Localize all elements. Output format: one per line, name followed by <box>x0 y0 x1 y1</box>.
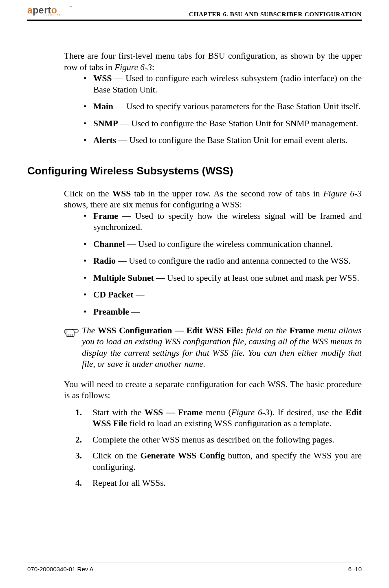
text: tab in the upper row. As the second row … <box>131 189 323 198</box>
logo: aperto NETWORKS ™ <box>27 5 73 18</box>
section-heading: Configuring Wireless Subsystems (WSS) <box>27 164 362 178</box>
desc: — Used to configure the Base Station Uni… <box>118 119 358 128</box>
list-item: WSS — Used to configure each wireless su… <box>84 73 362 95</box>
term: WSS <box>112 189 131 198</box>
list-item: Click on the Generate WSS Config button,… <box>75 450 362 473</box>
term: CD Packet <box>93 290 134 300</box>
list-item: SNMP — Used to configure the Base Statio… <box>84 118 362 130</box>
desc: — Used to configure the wireless communi… <box>125 239 333 249</box>
term: Main <box>93 101 113 111</box>
desc: — Used to specify how the wireless signa… <box>93 211 362 232</box>
logo-trademark: ™ <box>69 6 72 9</box>
text: Start with the <box>92 407 145 417</box>
page-footer: 070-20000340-01 Rev A 6–10 <box>27 562 362 573</box>
term: SNMP <box>93 119 118 128</box>
list-item: Channel — Used to configure the wireless… <box>84 239 362 250</box>
pointing-hand-icon <box>64 325 82 341</box>
figure-reference: Figure 6-3 <box>231 407 270 417</box>
list-item: CD Packet — <box>84 289 362 301</box>
intro-paragraph: There are four first-level menu tabs for… <box>64 51 362 73</box>
text: Click on the <box>92 451 141 460</box>
text: menu ( <box>203 407 231 417</box>
text: field on the <box>244 326 290 335</box>
term: WSS Configuration — Edit WSS File: <box>98 326 243 335</box>
note-text: The WSS Configuration — Edit WSS File: f… <box>82 325 362 370</box>
term: Channel <box>93 239 125 249</box>
term: Multiple Subnet <box>93 273 154 283</box>
text: field to load an existing WSS configurat… <box>127 418 332 428</box>
page-number: 6–10 <box>348 566 362 573</box>
term: Radio <box>93 256 116 266</box>
list-item: Repeat for all WSSs. <box>75 478 362 489</box>
term: WSS <box>93 73 112 83</box>
document-id: 070-20000340-01 Rev A <box>27 566 94 573</box>
note-block: The WSS Configuration — Edit WSS File: f… <box>64 325 362 370</box>
list-item: Start with the WSS — Frame menu (Figure … <box>75 407 362 429</box>
page-content: There are four first-level menu tabs for… <box>27 21 362 489</box>
text: The <box>82 326 98 335</box>
figure-reference: Figure 6-3 <box>323 189 362 198</box>
first-level-tabs-list: WSS — Used to configure each wireless su… <box>64 73 362 146</box>
desc: — Used to configure the radio and antenn… <box>116 256 351 266</box>
list-item: Alerts — Used to configure the Base Stat… <box>84 135 362 146</box>
text: shows, there are six menus for configuri… <box>64 200 242 209</box>
figure-reference: Figure 6-3 <box>114 62 152 72</box>
list-item: Multiple Subnet — Used to specify at lea… <box>84 273 362 284</box>
term: Preamble <box>93 307 129 317</box>
intro-text-b: : <box>152 62 154 72</box>
list-item: Preamble — <box>84 306 362 318</box>
term: Alerts <box>93 135 116 145</box>
procedure-intro: You will need to create a separate confi… <box>64 379 362 401</box>
intro-text-a: There are four first-level menu tabs for… <box>64 51 362 72</box>
footer-rule <box>27 562 362 563</box>
text: Complete the other WSS menus as describe… <box>92 435 334 445</box>
desc: — Used to specify various parameters for… <box>113 101 360 111</box>
desc: — <box>134 290 145 300</box>
text: Click on the <box>64 189 112 198</box>
term: Frame <box>93 211 118 221</box>
logo-subtext: NETWORKS <box>44 13 61 16</box>
desc: — Used to specify at least one subnet an… <box>154 273 359 283</box>
desc: — <box>129 307 140 317</box>
text: Repeat for all WSSs. <box>92 478 166 488</box>
list-item: Complete the other WSS menus as describe… <box>75 434 362 446</box>
desc: — Used to configure the Base Station Uni… <box>116 135 347 145</box>
wss-menus-list: Frame — Used to specify how the wireless… <box>64 211 362 318</box>
wss-intro-paragraph: Click on the WSS tab in the upper row. A… <box>64 188 362 211</box>
text: ). If desired, use the <box>270 407 346 417</box>
list-item: Main — Used to specify various parameter… <box>84 101 362 112</box>
list-item: Radio — Used to configure the radio and … <box>84 255 362 267</box>
desc: — Used to configure each wireless subsys… <box>93 73 362 95</box>
procedure-steps: Start with the WSS — Frame menu (Figure … <box>64 407 362 489</box>
list-item: Frame — Used to specify how the wireless… <box>84 211 362 233</box>
running-header: CHAPTER 6. BSU AND SUBSCRIBER CONFIGURAT… <box>189 5 362 18</box>
page-header: aperto NETWORKS ™ CHAPTER 6. BSU AND SUB… <box>27 5 362 18</box>
term: WSS — Frame <box>145 407 203 417</box>
term: Frame <box>290 326 314 335</box>
term: Generate WSS Config <box>141 451 225 460</box>
